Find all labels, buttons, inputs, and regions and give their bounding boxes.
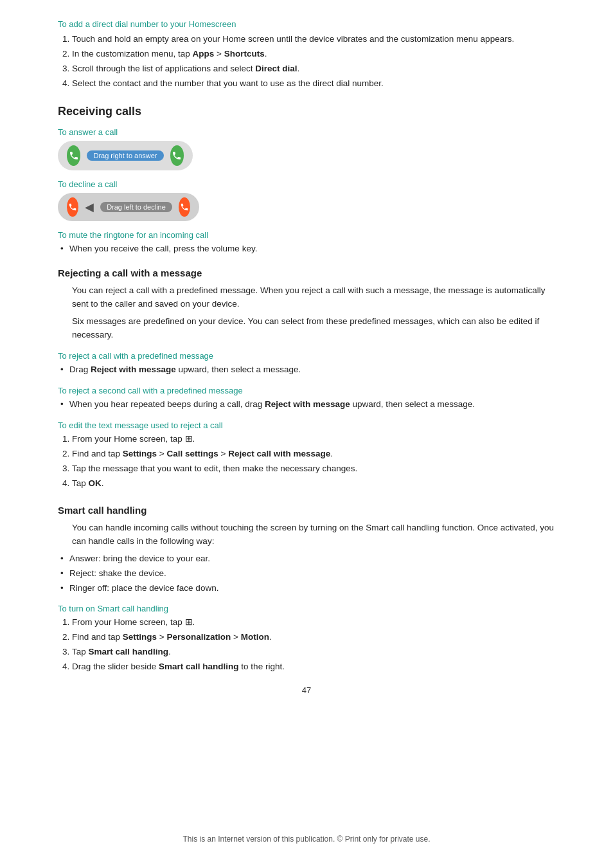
- answer-call-subheading: To answer a call: [58, 127, 555, 137]
- edit-msg-steps: From your Home screen, tap ⊞. Find and t…: [72, 433, 555, 491]
- second-call-list: When you hear repeated beeps during a ca…: [58, 398, 555, 411]
- step-2: In the customization menu, tap Apps > Sh…: [72, 48, 555, 61]
- drag-left-label: Drag left to decline: [100, 202, 172, 212]
- step-1: Touch and hold an empty area on your Hom…: [72, 33, 555, 46]
- drag-right-label: Drag right to answer: [87, 150, 163, 161]
- mute-ringtone-list: When you receive the call, press the vol…: [58, 242, 555, 256]
- mute-ringtone-subheading: To mute the ringtone for an incoming cal…: [58, 230, 555, 240]
- predefined-msg-subheading: To reject a call with a predefined messa…: [58, 351, 555, 361]
- edit-step-1: From your Home screen, tap ⊞.: [72, 433, 555, 446]
- arrow-left-icon: ◀: [85, 200, 94, 214]
- edit-step-2: Find and tap Settings > Call settings > …: [72, 448, 555, 461]
- smart-call-bullet-1: Answer: bring the device to your ear.: [58, 552, 555, 566]
- rejecting-section: Rejecting a call with a message You can …: [58, 267, 555, 491]
- smart-call-bullet-2: Reject: shake the device.: [58, 567, 555, 581]
- decline-call-subheading: To decline a call: [58, 179, 555, 189]
- add-direct-dial-steps: Touch and hold an empty area on your Hom…: [72, 33, 555, 91]
- smart-call-para: You can handle incoming calls without to…: [72, 521, 555, 548]
- edit-msg-subheading: To edit the text message used to reject …: [58, 420, 555, 430]
- predefined-msg-list: Drag Reject with message upward, then se…: [58, 363, 555, 377]
- step-4: Select the contact and the number that y…: [72, 77, 555, 91]
- decline-icon-left: [67, 197, 78, 217]
- decline-icon-right: [179, 197, 190, 217]
- turn-on-smart-call-steps: From your Home screen, tap ⊞. Find and t…: [72, 616, 555, 674]
- second-call-subheading: To reject a second call with a predefine…: [58, 386, 555, 395]
- page-number: 47: [58, 685, 555, 695]
- turn-on-smart-call-subheading: To turn on Smart call handling: [58, 604, 555, 613]
- answer-call-widget: Drag right to answer: [58, 141, 193, 170]
- add-direct-dial-heading: To add a direct dial number to your Home…: [58, 19, 555, 29]
- edit-step-3: Tap the message that you want to edit, t…: [72, 462, 555, 476]
- predefined-msg-item: Drag Reject with message upward, then se…: [58, 363, 555, 377]
- smart-step-4: Drag the slider beside Smart call handli…: [72, 660, 555, 674]
- smart-step-3: Tap Smart call handling.: [72, 646, 555, 659]
- smart-call-section: Smart call handling You can handle incom…: [58, 505, 555, 674]
- receiving-calls-heading: Receiving calls: [58, 105, 555, 118]
- answer-icon-right: [170, 145, 184, 166]
- rejecting-heading: Rejecting a call with a message: [58, 267, 555, 278]
- smart-step-2: Find and tap Settings > Personalization …: [72, 631, 555, 644]
- mute-ringtone-item: When you receive the call, press the vol…: [58, 242, 555, 256]
- receiving-calls-section: Receiving calls To answer a call Drag ri…: [58, 105, 555, 256]
- add-direct-dial-section: To add a direct dial number to your Home…: [58, 19, 555, 91]
- second-call-item: When you hear repeated beeps during a ca…: [58, 398, 555, 411]
- smart-step-1: From your Home screen, tap ⊞.: [72, 616, 555, 629]
- smart-call-heading: Smart call handling: [58, 505, 555, 516]
- page: To add a direct dial number to your Home…: [0, 0, 613, 868]
- footer-text: This is an Internet version of this publ…: [0, 835, 613, 844]
- smart-call-bullets: Answer: bring the device to your ear. Re…: [58, 552, 555, 595]
- step-3: Scroll through the list of applications …: [72, 62, 555, 76]
- smart-call-bullet-3: Ringer off: place the device face down.: [58, 582, 555, 595]
- edit-step-4: Tap OK.: [72, 477, 555, 491]
- rejecting-para1: You can reject a call with a predefined …: [72, 284, 555, 342]
- decline-call-widget: ◀ Drag left to decline: [58, 193, 199, 221]
- answer-icon: [67, 145, 80, 166]
